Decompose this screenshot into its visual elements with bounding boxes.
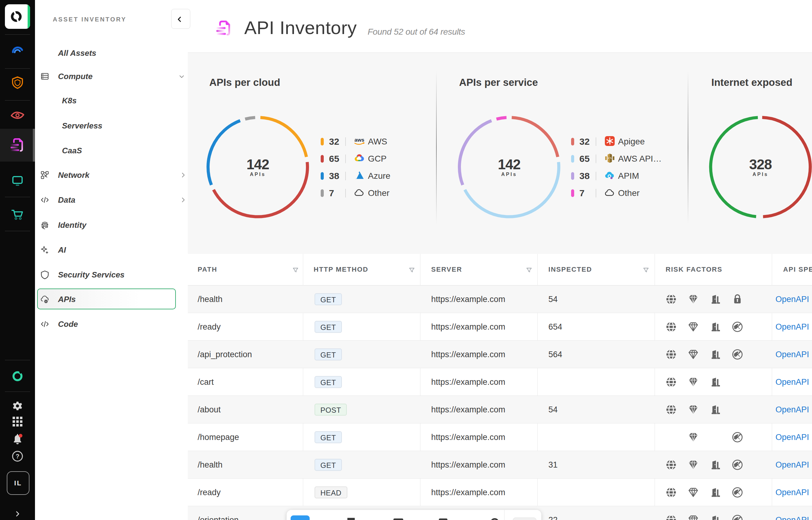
svg-text:?: ? bbox=[16, 453, 19, 460]
